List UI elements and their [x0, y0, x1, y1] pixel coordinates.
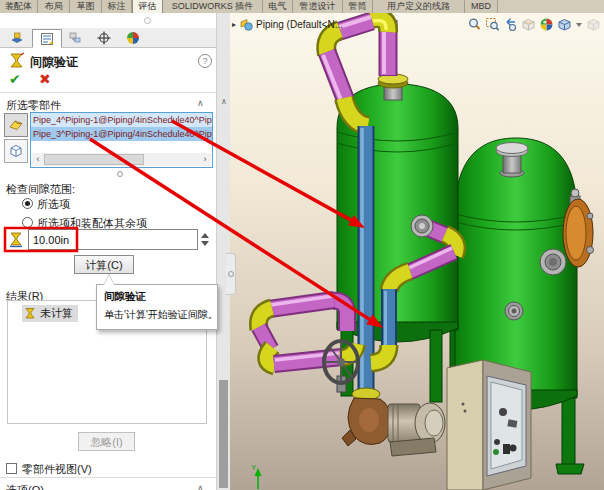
manager-tab-bar: [0, 28, 216, 48]
cancel-button[interactable]: ✖: [39, 71, 51, 87]
section-view-icon[interactable]: [521, 17, 536, 32]
clearance-spinner[interactable]: [199, 229, 212, 250]
tab-sketch[interactable]: 草图: [70, 0, 102, 13]
min-clearance-input[interactable]: [28, 229, 198, 250]
scroll-right-icon[interactable]: ›: [199, 153, 211, 166]
component-view-checkbox[interactable]: [6, 463, 17, 474]
radio-selected-and-rest[interactable]: [22, 217, 33, 228]
document-name: Piping (Default<N...: [256, 19, 343, 30]
appearance-icon[interactable]: [539, 17, 554, 32]
tab-user-defined-routes[interactable]: 用户定义的线路: [373, 0, 465, 13]
panel-collapse-handle[interactable]: [226, 253, 236, 295]
tab-piping-design[interactable]: 管道设计: [293, 0, 343, 13]
list-item[interactable]: Pipe_3^Piping-1@Piping/4inSchedule40^Pip…: [31, 127, 212, 141]
tab-evaluate[interactable]: 评估: [132, 0, 163, 13]
expand-tree-icon[interactable]: ▸: [232, 20, 236, 29]
piping-3d-model[interactable]: Y: [230, 13, 604, 490]
component-view-label[interactable]: 零部件视图(V): [22, 462, 92, 477]
blue-pipe-1[interactable]: [362, 126, 366, 398]
feature-tree-flyout[interactable]: ▸ Piping (Default<N...: [232, 17, 343, 31]
list-resize-dot[interactable]: [117, 171, 123, 177]
result-status-text: 未计算: [40, 306, 73, 321]
calculate-tooltip: 间隙验证 单击'计算'开始验证间隙。: [96, 284, 218, 330]
filter-faces-button[interactable]: [4, 113, 28, 137]
horizontal-scrollbar[interactable]: ‹ ›: [32, 153, 211, 166]
collapse-section-icon[interactable]: ∧: [197, 98, 204, 108]
cube-icon: [8, 143, 24, 159]
heads-up-toolbar: [467, 17, 601, 32]
command-manager-tab-bar: 装配体 布局 草图 标注 评估 SOLIDWORKS 插件 电气 管道设计 管筒…: [0, 0, 604, 14]
tooltip-title: 间隙验证: [104, 290, 210, 304]
faces-icon: [8, 117, 24, 133]
not-calculated-icon: [24, 307, 37, 320]
property-manager-panel: 间隙验证 ? ✔ ✖ 所选零部件 ∧ Pipe_4^Piping-1@Pipin…: [0, 13, 216, 490]
min-clearance-icon: [8, 231, 25, 248]
tab-featuremanager[interactable]: [3, 29, 31, 46]
scrollbar-thumb[interactable]: [44, 154, 144, 165]
calculate-button[interactable]: 计算(C): [74, 255, 134, 274]
hide-show-items-icon[interactable]: [586, 17, 601, 32]
result-status-item[interactable]: 未计算: [22, 305, 78, 322]
radio-selected-items[interactable]: [22, 198, 33, 209]
scroll-up-icon[interactable]: ∧: [219, 97, 229, 106]
toolbar-dropdown-icon[interactable]: [576, 23, 582, 27]
assembly-document-icon: [239, 17, 253, 31]
tooltip-pointer: [104, 275, 114, 285]
tab-propertymanager[interactable]: [32, 29, 62, 48]
tab-layout[interactable]: 布局: [38, 0, 70, 13]
collapse-options-icon[interactable]: ∧: [197, 483, 204, 490]
tab-tubing[interactable]: 管筒: [343, 0, 373, 13]
triad-y-label: Y: [251, 463, 257, 472]
zoom-fit-icon[interactable]: [467, 17, 482, 32]
tab-displaymanager[interactable]: [119, 29, 147, 46]
panel-title: 间隙验证: [30, 54, 78, 71]
tab-markup[interactable]: 标注: [102, 0, 132, 13]
tab-electrical[interactable]: 电气: [263, 0, 293, 13]
selected-components-list[interactable]: Pipe_4^Piping-1@Piping/4inSchedule40^Pip…: [30, 112, 213, 168]
ok-button[interactable]: ✔: [9, 71, 21, 87]
zoom-area-icon[interactable]: [485, 17, 500, 32]
tooltip-body: 单击'计算'开始验证间隙。: [104, 308, 210, 322]
ignore-button[interactable]: 忽略(I): [78, 432, 135, 451]
list-item[interactable]: Pipe_4^Piping-1@Piping/4inSchedule40^Pip…: [31, 113, 212, 127]
clearance-scope-header: 检查间隙范围:: [6, 182, 75, 197]
tab-configurationmanager[interactable]: [61, 29, 89, 46]
clearance-verification-icon: [8, 52, 26, 69]
tab-assembly[interactable]: 装配体: [0, 0, 38, 13]
tab-sw-addins[interactable]: SOLIDWORKS 插件: [163, 0, 263, 13]
filter-bodies-button[interactable]: [4, 139, 28, 163]
panel-scrollbar-thumb[interactable]: [219, 380, 228, 488]
help-icon[interactable]: ?: [198, 54, 212, 68]
radio-label[interactable]: 所选项: [37, 197, 70, 212]
previous-view-icon[interactable]: [503, 17, 518, 32]
solidworks-window: 装配体 布局 草图 标注 评估 SOLIDWORKS 插件 电气 管道设计 管筒…: [0, 0, 604, 490]
control-panel[interactable]: [447, 360, 531, 490]
selected-components-header: 所选零部件: [6, 98, 61, 113]
tab-mbd[interactable]: MBD: [465, 0, 498, 13]
panel-scrollbar[interactable]: ∧: [216, 13, 230, 490]
graphics-area[interactable]: Y ▸ Piping (Default<N...: [230, 13, 604, 490]
scroll-left-icon[interactable]: ‹: [32, 153, 44, 166]
panel-resize-dot[interactable]: [144, 17, 151, 24]
display-style-icon[interactable]: [557, 17, 572, 32]
options-section-header: 选项(O): [6, 483, 44, 490]
tab-dimxpertmanager[interactable]: [90, 29, 118, 46]
